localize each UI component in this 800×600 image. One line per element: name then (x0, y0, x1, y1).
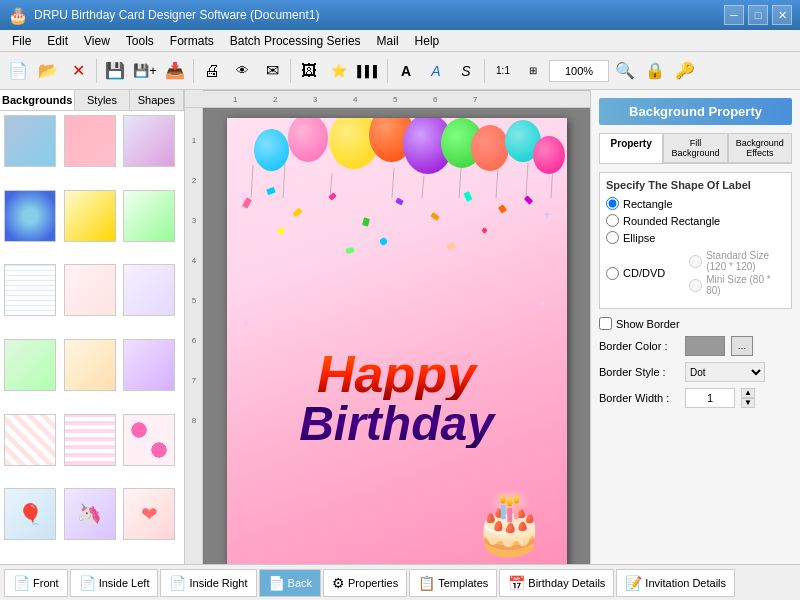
tab-styles[interactable]: Styles (75, 90, 129, 110)
zoom-input[interactable] (549, 60, 609, 82)
clipart-button[interactable]: ⭐ (325, 57, 353, 85)
border-width-down[interactable]: ▼ (741, 398, 755, 408)
menu-batch[interactable]: Batch Processing Series (222, 32, 369, 50)
bg-thumb-11[interactable] (64, 339, 116, 391)
border-width-up[interactable]: ▲ (741, 388, 755, 398)
menu-edit[interactable]: Edit (39, 32, 76, 50)
show-border-checkbox[interactable] (599, 317, 612, 330)
maximize-button[interactable]: □ (748, 5, 768, 25)
svg-text:8: 8 (192, 416, 197, 425)
new-button[interactable]: 📄 (4, 57, 32, 85)
bg-thumb-8[interactable] (64, 264, 116, 316)
bg-thumb-13[interactable] (4, 414, 56, 466)
minimize-button[interactable]: ─ (724, 5, 744, 25)
menu-mail[interactable]: Mail (369, 32, 407, 50)
save-as-button[interactable]: 💾+ (131, 57, 159, 85)
tab-background-effects[interactable]: Background Effects (728, 133, 792, 163)
print-preview-button[interactable]: 👁 (228, 57, 256, 85)
border-color-row: Border Color : … (599, 336, 792, 356)
tab-back[interactable]: 📄 Back (259, 569, 321, 597)
text-button[interactable]: A (392, 57, 420, 85)
separator-3 (290, 59, 291, 83)
svg-text:4: 4 (353, 95, 358, 104)
radio-cd-mini[interactable] (689, 279, 702, 292)
happy-text: Happy (227, 348, 567, 400)
tab-backgrounds[interactable]: Backgrounds (0, 90, 75, 110)
radio-ellipse[interactable] (606, 231, 619, 244)
border-style-select[interactable]: Dot Solid Dash DashDot (685, 362, 765, 382)
menu-tools[interactable]: Tools (118, 32, 162, 50)
bg-thumb-12[interactable] (123, 339, 175, 391)
border-color-swatch[interactable] (685, 336, 725, 356)
svg-text:7: 7 (473, 95, 478, 104)
radio-ellipse-row: Ellipse (606, 231, 785, 244)
tab-birthday-details[interactable]: 📅 Birthday Details (499, 569, 614, 597)
happy-birthday-text: Happy Birthday (227, 348, 567, 448)
card-canvas[interactable]: Happy Birthday 🎂 ✦ ✦ ✦ ✦ (227, 118, 567, 564)
bg-thumb-3[interactable] (123, 115, 175, 167)
radio-rounded[interactable] (606, 214, 619, 227)
tab-shapes[interactable]: Shapes (130, 90, 184, 110)
tab-fill-background[interactable]: Fill Background (663, 133, 727, 163)
zoom-ratio-button[interactable]: 1:1 (489, 57, 517, 85)
tab-invitation-details[interactable]: 📝 Invitation Details (616, 569, 735, 597)
tab-invitation-details-label: Invitation Details (645, 577, 726, 589)
tab-inside-left[interactable]: 📄 Inside Left (70, 569, 159, 597)
shape-group-title: Specify The Shape Of Label (606, 179, 785, 191)
tab-birthday-details-label: Birthday Details (528, 577, 605, 589)
bottom-bar: 📄 Front 📄 Inside Left 📄 Inside Right 📄 B… (0, 564, 800, 600)
bg-thumb-10[interactable] (4, 339, 56, 391)
tab-inside-left-label: Inside Left (99, 577, 150, 589)
menu-file[interactable]: File (4, 32, 39, 50)
bg-thumb-2[interactable] (64, 115, 116, 167)
settings-button[interactable]: 🔑 (671, 57, 699, 85)
bg-thumb-1[interactable] (4, 115, 56, 167)
lock-button[interactable]: 🔒 (641, 57, 669, 85)
radio-cd-standard[interactable] (689, 255, 702, 268)
bg-thumb-5[interactable] (64, 190, 116, 242)
menu-view[interactable]: View (76, 32, 118, 50)
open-button[interactable]: 📂 (34, 57, 62, 85)
bg-thumb-4[interactable] (4, 190, 56, 242)
tab-templates[interactable]: 📋 Templates (409, 569, 497, 597)
zoom-out-button[interactable]: 🔍 (611, 57, 639, 85)
card-background: Happy Birthday 🎂 ✦ ✦ ✦ ✦ (227, 118, 567, 564)
back-icon: 📄 (268, 575, 285, 591)
border-color-picker-button[interactable]: … (731, 336, 753, 356)
close-doc-button[interactable]: ✕ (64, 57, 92, 85)
svg-text:3: 3 (313, 95, 318, 104)
signature-button[interactable]: S (452, 57, 480, 85)
tab-inside-right-label: Inside Right (189, 577, 247, 589)
bg-thumb-15[interactable] (123, 414, 175, 466)
bg-thumb-16[interactable]: 🎈 (4, 488, 56, 540)
tab-front[interactable]: 📄 Front (4, 569, 68, 597)
print-button[interactable]: 🖨 (198, 57, 226, 85)
sparkle-3: ✦ (242, 318, 250, 329)
import-button[interactable]: 📥 (161, 57, 189, 85)
border-width-input[interactable] (685, 388, 735, 408)
bg-thumb-6[interactable] (123, 190, 175, 242)
tab-inside-right[interactable]: 📄 Inside Right (160, 569, 256, 597)
mail-button[interactable]: ✉ (258, 57, 286, 85)
bg-thumb-14[interactable] (64, 414, 116, 466)
save-button[interactable]: 💾 (101, 57, 129, 85)
wordart-button[interactable]: A (422, 57, 450, 85)
inside-right-icon: 📄 (169, 575, 186, 591)
label-cd-mini: Mini Size (80 * 80) (706, 274, 785, 296)
radio-rectangle[interactable] (606, 197, 619, 210)
menu-formats[interactable]: Formats (162, 32, 222, 50)
radio-cddvd[interactable] (606, 267, 619, 280)
bg-thumb-17[interactable]: 🦄 (64, 488, 116, 540)
tab-property[interactable]: Property (599, 133, 663, 163)
menu-help[interactable]: Help (407, 32, 448, 50)
image-button[interactable]: 🖼 (295, 57, 323, 85)
fit-button[interactable]: ⊞ (519, 57, 547, 85)
sparkle-2: ✦ (542, 208, 552, 222)
bg-thumb-9[interactable] (123, 264, 175, 316)
svg-text:5: 5 (192, 296, 197, 305)
barcode-button[interactable]: ▌▌▌ (355, 57, 383, 85)
bg-thumb-7[interactable] (4, 264, 56, 316)
close-button[interactable]: ✕ (772, 5, 792, 25)
tab-properties[interactable]: ⚙ Properties (323, 569, 407, 597)
bg-thumb-18[interactable]: ❤ (123, 488, 175, 540)
